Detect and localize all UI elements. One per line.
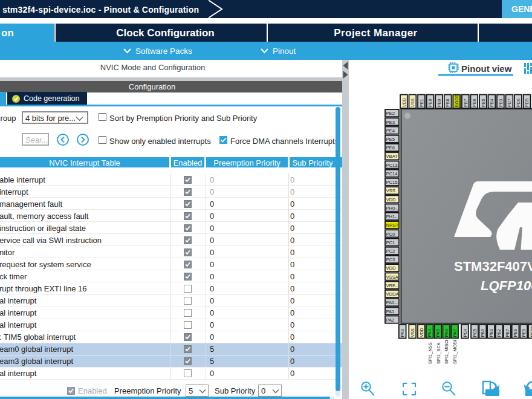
svg-text:PE0: PE0 bbox=[427, 99, 433, 107]
svg-text:PD5: PD5 bbox=[524, 99, 530, 107]
svg-text:BOOT0: BOOT0 bbox=[454, 92, 459, 107]
svg-text:PA6: PA6 bbox=[444, 329, 449, 337]
svg-text:PH0-..: PH0-.. bbox=[386, 206, 400, 211]
svg-text:SPI1_SCK: SPI1_SCK bbox=[436, 342, 441, 364]
svg-text:PB3: PB3 bbox=[498, 99, 504, 107]
svg-text:PC15..: PC15.. bbox=[386, 180, 400, 185]
svg-text:PE5: PE5 bbox=[386, 137, 395, 142]
svg-text:PC5: PC5 bbox=[472, 329, 478, 337]
svg-text:PE3: PE3 bbox=[386, 120, 395, 125]
svg-text:PC4: PC4 bbox=[462, 329, 468, 337]
svg-text:PB0: PB0 bbox=[480, 329, 485, 337]
svg-text:PA2: PA2 bbox=[386, 317, 395, 323]
svg-text:VDD: VDD bbox=[386, 197, 397, 203]
svg-text:PB7: PB7 bbox=[463, 99, 469, 107]
svg-text:VSS: VSS bbox=[410, 328, 415, 337]
svg-text:PE6: PE6 bbox=[386, 145, 395, 151]
svg-text:STM32F407VE: STM32F407VE bbox=[454, 259, 532, 274]
svg-text:PD6: PD6 bbox=[516, 99, 521, 107]
svg-text:PA0-..: PA0-.. bbox=[386, 300, 399, 305]
svg-text:VDD: VDD bbox=[386, 265, 397, 271]
svg-text:PB1: PB1 bbox=[488, 329, 494, 337]
svg-text:PC3: PC3 bbox=[386, 257, 395, 262]
svg-text:SPI1_MOSI: SPI1_MOSI bbox=[452, 340, 458, 364]
svg-text:PE1: PE1 bbox=[419, 99, 424, 107]
svg-text:NRST: NRST bbox=[386, 222, 399, 228]
svg-text:VDD: VDD bbox=[401, 98, 407, 107]
svg-text:PB9: PB9 bbox=[436, 99, 442, 107]
svg-text:PA3: PA3 bbox=[400, 329, 405, 337]
svg-text:PC1: PC1 bbox=[386, 240, 395, 245]
svg-text:VRE..: VRE.. bbox=[386, 283, 398, 288]
svg-text:PB4: PB4 bbox=[489, 99, 495, 107]
svg-text:PB6: PB6 bbox=[472, 99, 477, 107]
svg-text:VSS: VSS bbox=[386, 188, 395, 193]
svg-text:PE8: PE8 bbox=[513, 329, 518, 337]
svg-text:PC0: PC0 bbox=[386, 232, 395, 237]
svg-text:PE10: PE10 bbox=[530, 326, 532, 337]
svg-text:PC2: PC2 bbox=[386, 248, 395, 254]
svg-text:Pinout view: Pinout view bbox=[461, 63, 512, 74]
svg-text:PE7: PE7 bbox=[505, 329, 510, 337]
svg-text:PC14..: PC14.. bbox=[386, 171, 400, 177]
svg-text:PE9: PE9 bbox=[521, 329, 527, 337]
svg-text:VDD: VDD bbox=[419, 328, 424, 337]
svg-text:PA1: PA1 bbox=[386, 309, 395, 314]
svg-text:VDDA: VDDA bbox=[386, 291, 400, 297]
svg-text:PA7: PA7 bbox=[452, 329, 458, 337]
svg-text:LQFP100: LQFP100 bbox=[481, 278, 532, 293]
svg-text:SPI1_NSS: SPI1_NSS bbox=[427, 342, 433, 364]
svg-text:PB2: PB2 bbox=[496, 329, 502, 337]
svg-text:SPI1_MISO: SPI1_MISO bbox=[444, 340, 449, 364]
svg-text:VBAT: VBAT bbox=[386, 154, 398, 159]
svg-text:PE2: PE2 bbox=[386, 111, 395, 116]
svg-text:PC13..: PC13.. bbox=[386, 163, 400, 168]
svg-text:PB5: PB5 bbox=[481, 99, 486, 107]
svg-text:VSSA: VSSA bbox=[386, 274, 399, 280]
svg-text:PA4: PA4 bbox=[427, 329, 432, 337]
svg-text:PE4: PE4 bbox=[386, 128, 395, 134]
svg-text:PB8: PB8 bbox=[445, 99, 450, 107]
svg-text:PA5: PA5 bbox=[435, 329, 441, 337]
svg-text:VSS: VSS bbox=[410, 98, 415, 107]
svg-text:PD7: PD7 bbox=[507, 99, 512, 107]
svg-text:PH1-..: PH1-.. bbox=[386, 214, 400, 219]
